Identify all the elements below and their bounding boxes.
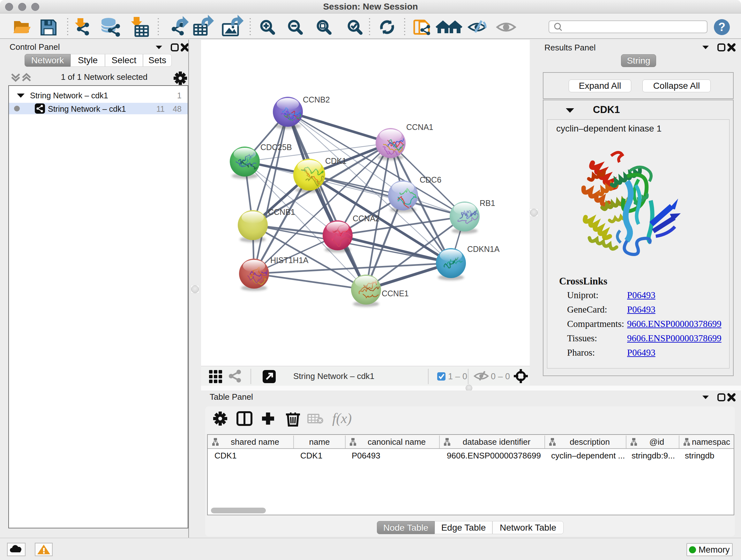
svg-text:1 – 0: 1 – 0 [448,372,467,381]
svg-text:CCNB2: CCNB2 [303,95,330,104]
svg-text:database identifier: database identifier [463,437,531,447]
svg-text:CDC6: CDC6 [420,175,441,184]
svg-text:String Network – cdk1: String Network – cdk1 [293,371,374,381]
svg-text:?: ? [718,20,725,34]
svg-text:0 – 0: 0 – 0 [491,372,510,381]
svg-text:shared name: shared name [231,437,279,447]
svg-text:canonical name: canonical name [367,437,426,447]
svg-text:CCNA2: CCNA2 [353,214,380,223]
svg-text:CDC25B: CDC25B [260,143,292,152]
svg-text:namespac: namespac [692,437,730,447]
svg-text:CCNB1: CCNB1 [268,207,295,216]
svg-text:HIST1H1A: HIST1H1A [270,256,309,265]
svg-text:RB1: RB1 [480,199,495,207]
svg-text:CDKN1A: CDKN1A [467,245,500,253]
svg-text:name: name [309,437,330,447]
svg-text:CDK1: CDK1 [325,157,347,165]
svg-text:@id: @id [650,437,664,447]
svg-text:CCNA1: CCNA1 [406,123,433,132]
svg-text:description: description [569,437,610,447]
svg-text:f(x): f(x) [332,411,352,426]
svg-text:CCNE1: CCNE1 [382,289,409,298]
